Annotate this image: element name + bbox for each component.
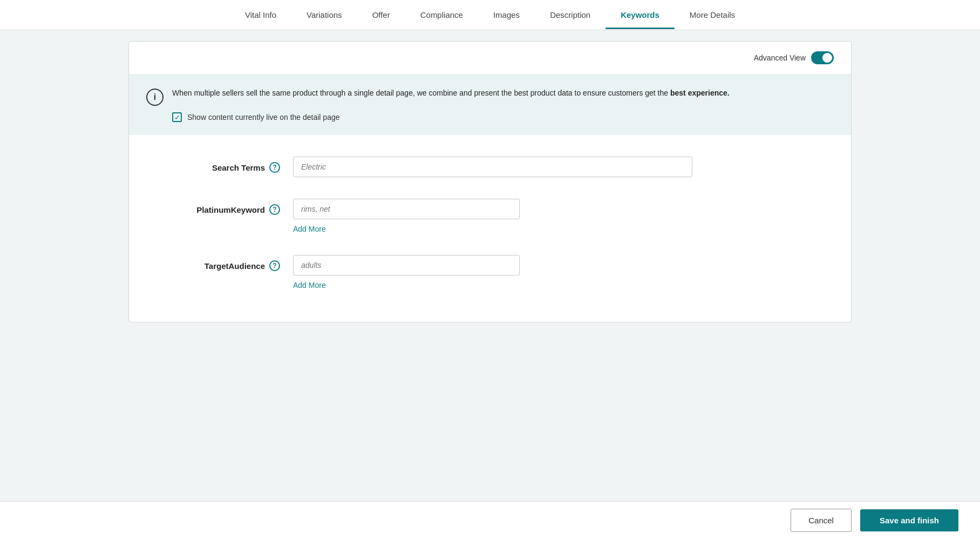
target-audience-add-more[interactable]: Add More <box>293 281 692 289</box>
info-banner: i When multiple sellers sell the same pr… <box>129 75 851 135</box>
footer: Cancel Save and finish <box>0 501 980 539</box>
toggle-thumb <box>822 53 832 63</box>
cancel-button[interactable]: Cancel <box>791 509 852 532</box>
info-text-content: When multiple sellers sell the same prod… <box>172 89 730 97</box>
platinum-keyword-label: PlatinumKeyword <box>196 205 265 214</box>
platinum-keyword-input-group: Add More <box>293 199 692 233</box>
nav-item-variations[interactable]: Variations <box>291 2 357 28</box>
search-terms-label: Search Terms <box>212 163 265 172</box>
nav-item-keywords[interactable]: Keywords <box>605 2 675 28</box>
top-navigation: Vital InfoVariationsOfferComplianceImage… <box>0 0 980 30</box>
advanced-view-label: Advanced View <box>754 53 806 62</box>
target-audience-input[interactable] <box>293 255 520 275</box>
nav-item-vital-info[interactable]: Vital Info <box>230 2 291 28</box>
target-audience-help-icon[interactable]: ? <box>269 260 280 271</box>
search-terms-input[interactable] <box>293 157 692 177</box>
info-banner-text: When multiple sellers sell the same prod… <box>172 87 730 99</box>
nav-item-offer[interactable]: Offer <box>357 2 405 28</box>
target-audience-input-group: Add More <box>293 255 692 289</box>
search-terms-row: Search Terms ? <box>172 157 808 177</box>
search-terms-help-icon[interactable]: ? <box>269 162 280 173</box>
platinum-keyword-label-group: PlatinumKeyword ? <box>172 199 280 215</box>
save-finish-button[interactable]: Save and finish <box>860 509 958 531</box>
info-icon: i <box>146 89 164 106</box>
nav-item-images[interactable]: Images <box>478 2 535 28</box>
platinum-keyword-row: PlatinumKeyword ? Add More <box>172 199 808 233</box>
platinum-keyword-add-more[interactable]: Add More <box>293 225 692 233</box>
show-content-label: Show content currently live on the detai… <box>187 113 340 122</box>
info-checkbox-row: ✓ Show content currently live on the det… <box>172 112 834 122</box>
target-audience-label-group: TargetAudience ? <box>172 255 280 271</box>
advanced-view-row: Advanced View <box>129 42 851 75</box>
info-banner-top: i When multiple sellers sell the same pr… <box>146 87 834 106</box>
main-content: Advanced View i When multiple sellers se… <box>0 30 980 539</box>
nav-item-more-details[interactable]: More Details <box>675 2 750 28</box>
target-audience-label: TargetAudience <box>205 261 265 271</box>
checkmark-icon: ✓ <box>174 114 180 121</box>
platinum-keyword-help-icon[interactable]: ? <box>269 204 280 215</box>
target-audience-row: TargetAudience ? Add More <box>172 255 808 289</box>
advanced-view-toggle[interactable] <box>811 51 834 64</box>
search-terms-input-group <box>293 157 692 177</box>
show-content-checkbox[interactable]: ✓ <box>172 112 182 122</box>
nav-item-compliance[interactable]: Compliance <box>405 2 478 28</box>
nav-item-description[interactable]: Description <box>535 2 605 28</box>
form-area: Search Terms ? PlatinumKeyword ? Add Mor… <box>129 135 851 322</box>
platinum-keyword-input[interactable] <box>293 199 520 219</box>
content-card: Advanced View i When multiple sellers se… <box>128 41 852 322</box>
search-terms-label-group: Search Terms ? <box>172 157 280 173</box>
